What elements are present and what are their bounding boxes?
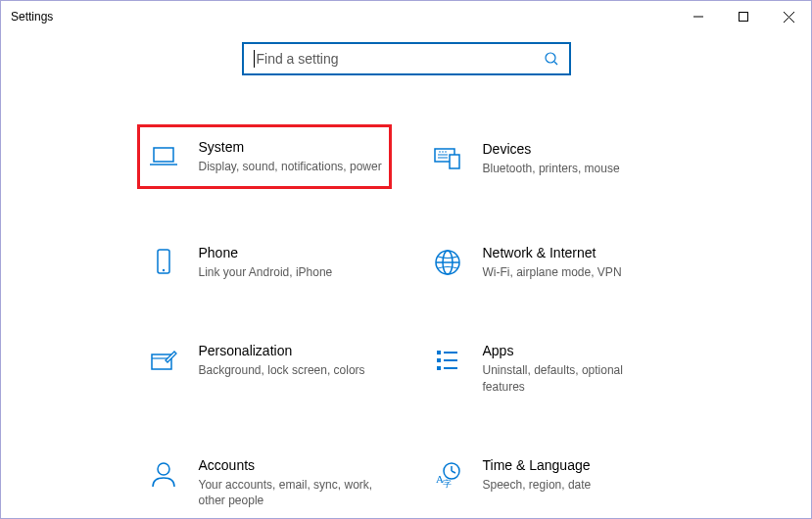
settings-grid: System Display, sound, notifications, po…	[1, 134, 811, 515]
phone-icon	[146, 245, 181, 280]
svg-rect-22	[437, 351, 441, 354]
minimize-icon	[693, 12, 703, 22]
tile-devices[interactable]: Devices Bluetooth, printers, mouse	[421, 134, 676, 189]
search-box[interactable]: Find a setting	[242, 42, 571, 75]
tile-text: Accounts Your accounts, email, sync, wor…	[199, 457, 383, 508]
maximize-icon	[739, 12, 748, 22]
tile-phone[interactable]: Phone Link your Android, iPhone	[137, 238, 392, 287]
search-placeholder: Find a setting	[257, 51, 544, 67]
tile-text: Apps Uninstall, defaults, optional featu…	[483, 343, 667, 394]
svg-rect-6	[154, 148, 173, 162]
search-icon	[544, 51, 559, 67]
tile-text: Phone Link your Android, iPhone	[199, 245, 383, 280]
tile-title: Phone	[199, 245, 383, 260]
tile-personalization[interactable]: Personalization Background, lock screen,…	[137, 336, 392, 401]
window-controls	[676, 1, 811, 32]
close-button[interactable]	[766, 1, 811, 32]
svg-rect-9	[450, 155, 459, 168]
tile-title: Accounts	[199, 457, 383, 473]
time-language-icon: A字	[430, 457, 465, 493]
globe-icon	[430, 245, 465, 280]
tile-title: Devices	[483, 141, 667, 157]
devices-icon	[430, 141, 465, 176]
laptop-icon	[146, 139, 181, 174]
text-cursor	[254, 50, 255, 68]
tile-desc: Display, sound, notifications, power	[199, 159, 383, 174]
tile-title: System	[199, 139, 383, 155]
svg-point-12	[445, 151, 447, 153]
svg-rect-24	[437, 358, 441, 362]
close-icon	[784, 12, 794, 23]
tile-title: Time & Language	[483, 457, 667, 473]
tile-desc: Your accounts, email, sync, work, other …	[199, 477, 383, 508]
svg-point-10	[439, 151, 441, 153]
tile-system[interactable]: System Display, sound, notifications, po…	[137, 124, 392, 189]
svg-point-16	[162, 269, 164, 271]
maximize-button[interactable]	[721, 1, 766, 32]
window-title: Settings	[11, 10, 53, 24]
svg-line-31	[452, 471, 455, 473]
tile-desc: Uninstall, defaults, optional features	[483, 362, 667, 394]
svg-point-28	[158, 463, 169, 475]
svg-line-5	[554, 62, 557, 65]
window-titlebar: Settings	[1, 1, 811, 32]
tile-apps[interactable]: Apps Uninstall, defaults, optional featu…	[421, 336, 676, 401]
tile-title: Apps	[483, 343, 667, 358]
tile-text: Time & Language Speech, region, date	[483, 457, 667, 508]
search-container: Find a setting	[1, 42, 811, 75]
tile-desc: Background, lock screen, colors	[199, 362, 383, 378]
tile-title: Network & Internet	[483, 245, 667, 260]
svg-point-11	[442, 151, 444, 153]
tile-time-language[interactable]: A字 Time & Language Speech, region, date	[421, 450, 676, 515]
svg-point-4	[546, 53, 555, 63]
svg-rect-26	[437, 366, 441, 370]
tile-desc: Link your Android, iPhone	[199, 264, 383, 280]
minimize-button[interactable]	[676, 1, 721, 32]
apps-list-icon	[430, 343, 465, 378]
tile-accounts[interactable]: Accounts Your accounts, email, sync, wor…	[137, 450, 392, 515]
svg-rect-1	[740, 13, 748, 22]
tile-desc: Bluetooth, printers, mouse	[483, 161, 667, 176]
tile-text: Network & Internet Wi-Fi, airplane mode,…	[483, 245, 667, 280]
tile-desc: Wi-Fi, airplane mode, VPN	[483, 264, 667, 280]
tile-network[interactable]: Network & Internet Wi-Fi, airplane mode,…	[421, 238, 676, 287]
tile-desc: Speech, region, date	[483, 477, 667, 493]
paint-icon	[146, 343, 181, 378]
svg-text:字: 字	[443, 479, 452, 489]
tile-title: Personalization	[199, 343, 383, 358]
person-icon	[146, 457, 181, 493]
tile-text: System Display, sound, notifications, po…	[199, 139, 383, 174]
tile-text: Personalization Background, lock screen,…	[199, 343, 383, 394]
tile-text: Devices Bluetooth, printers, mouse	[483, 141, 667, 182]
